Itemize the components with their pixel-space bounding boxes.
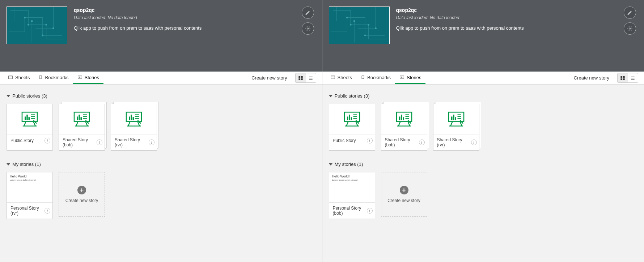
story-card[interactable]: Shared Story (bob)i: [381, 104, 427, 151]
svg-rect-44: [401, 115, 402, 120]
tab-bookmarks-label: Bookmarks: [45, 75, 68, 80]
tab-bar: Sheets Bookmarks Stories Create new stor…: [322, 72, 644, 85]
plus-icon: +: [400, 186, 408, 194]
sheet-icon: [8, 75, 13, 80]
tab-sheets[interactable]: Sheets: [326, 72, 356, 84]
settings-button[interactable]: [624, 22, 636, 35]
grid-view-button[interactable]: [618, 73, 628, 83]
story-thumb: [329, 104, 375, 134]
svg-rect-16: [29, 117, 30, 120]
public-stories-grid: Public Storyi Shared Story (bob)i Shared…: [7, 104, 315, 151]
list-icon: [308, 76, 313, 81]
svg-rect-10: [301, 76, 302, 77]
settings-button[interactable]: [302, 22, 314, 35]
story-thumb-text: Lorem ipsum dolar sit amet: [332, 179, 358, 181]
info-icon[interactable]: i: [45, 208, 50, 214]
grid-view-button[interactable]: [296, 73, 306, 83]
tab-stories[interactable]: Stories: [395, 72, 425, 84]
story-thumb-title: Hello World!: [332, 175, 358, 178]
info-icon[interactable]: i: [471, 139, 477, 145]
svg-rect-23: [131, 115, 132, 120]
story-title: Personal Story (bob): [333, 206, 365, 216]
svg-rect-18: [77, 117, 78, 121]
story-card[interactable]: Hello World! Lorem ipsum dolar sit amet …: [329, 172, 375, 219]
tab-stories[interactable]: Stories: [73, 72, 103, 84]
view-toggle: [617, 73, 638, 83]
svg-point-29: [353, 20, 355, 22]
svg-rect-43: [399, 117, 401, 121]
svg-rect-7: [9, 76, 13, 79]
list-view-button[interactable]: [628, 73, 638, 83]
app-title: qsop2qc: [396, 7, 636, 13]
info-icon[interactable]: i: [45, 138, 50, 143]
section-mine-label: My stories (1): [335, 162, 363, 167]
svg-point-27: [346, 17, 348, 18]
app-description: Qlik app to push from on prem to saas wi…: [396, 25, 636, 31]
tab-bookmarks[interactable]: Bookmarks: [356, 72, 395, 84]
chevron-down-icon: [7, 163, 10, 166]
story-chart-icon: [394, 110, 414, 128]
story-thumb: Hello World! Lorem ipsum dolar sit amet: [329, 172, 375, 203]
app-thumbnail: [329, 7, 390, 44]
section-mine-header[interactable]: My stories (1): [7, 162, 315, 167]
content-area: Public stories (3) Public Storyi Shared …: [322, 85, 644, 262]
app-title: qsop2qc: [74, 7, 313, 13]
svg-rect-35: [623, 76, 624, 77]
chevron-down-icon: [329, 163, 332, 166]
plus-icon: +: [77, 186, 86, 194]
info-icon[interactable]: i: [149, 139, 154, 145]
svg-point-2: [24, 17, 26, 18]
tab-sheets[interactable]: Sheets: [4, 72, 34, 84]
svg-rect-41: [351, 117, 352, 120]
story-card[interactable]: Shared Story (rvr)i: [111, 104, 157, 151]
story-card[interactable]: Hello World! Lorem ipsum dolar sit amet …: [7, 172, 53, 219]
svg-rect-11: [298, 78, 300, 80]
info-icon[interactable]: i: [367, 208, 373, 214]
tab-bookmarks[interactable]: Bookmarks: [34, 72, 73, 84]
story-title: Public Story: [333, 138, 356, 143]
edit-button[interactable]: [624, 7, 636, 19]
story-card[interactable]: Shared Story (bob)i: [59, 104, 105, 151]
svg-point-31: [629, 28, 631, 29]
story-thumb: [59, 104, 105, 134]
story-title: Shared Story (rvr): [115, 137, 147, 147]
info-icon[interactable]: i: [367, 138, 373, 143]
create-story-label: Create new story: [387, 198, 420, 203]
thumbnail-pattern-icon: [329, 7, 389, 44]
view-toggle: [295, 73, 316, 83]
bookmark-icon: [361, 75, 365, 80]
tab-stories-label: Stories: [85, 75, 99, 80]
section-public-label: Public stories (3): [335, 93, 370, 99]
svg-rect-45: [403, 117, 404, 120]
edit-button[interactable]: [302, 7, 314, 19]
info-icon[interactable]: i: [97, 139, 102, 145]
thumbnail-pattern-icon: [7, 7, 67, 44]
panel-left: qsop2qc Data last loaded: No data loaded…: [0, 0, 322, 262]
section-public-header[interactable]: Public stories (3): [329, 93, 638, 99]
story-chart-icon: [20, 110, 40, 128]
sheet-icon: [330, 75, 335, 80]
info-icon[interactable]: i: [419, 139, 425, 145]
svg-rect-47: [451, 117, 453, 121]
create-story-card[interactable]: + Create new story: [59, 172, 105, 217]
create-story-card[interactable]: + Create new story: [381, 172, 427, 217]
story-icon: [77, 75, 82, 80]
story-card[interactable]: Shared Story (rvr)i: [433, 104, 479, 151]
story-card[interactable]: Public Storyi: [329, 104, 375, 151]
create-story-link[interactable]: Create new story: [246, 72, 293, 84]
section-mine-header[interactable]: My stories (1): [329, 162, 638, 167]
svg-point-28: [364, 35, 366, 36]
chevron-down-icon: [329, 95, 332, 97]
svg-rect-34: [621, 76, 622, 77]
section-public-header[interactable]: Public stories (3): [7, 93, 315, 99]
create-story-label: Create new story: [65, 198, 98, 203]
svg-point-30: [374, 27, 376, 29]
story-card[interactable]: Public Storyi: [7, 104, 53, 151]
create-story-link[interactable]: Create new story: [568, 72, 615, 84]
list-view-button[interactable]: [306, 73, 316, 83]
story-thumb: [111, 104, 157, 134]
svg-point-26: [368, 24, 369, 26]
pencil-icon: [305, 10, 311, 16]
svg-rect-15: [26, 115, 28, 120]
story-thumb: Hello World! Lorem ipsum dolar sit amet: [7, 172, 52, 203]
